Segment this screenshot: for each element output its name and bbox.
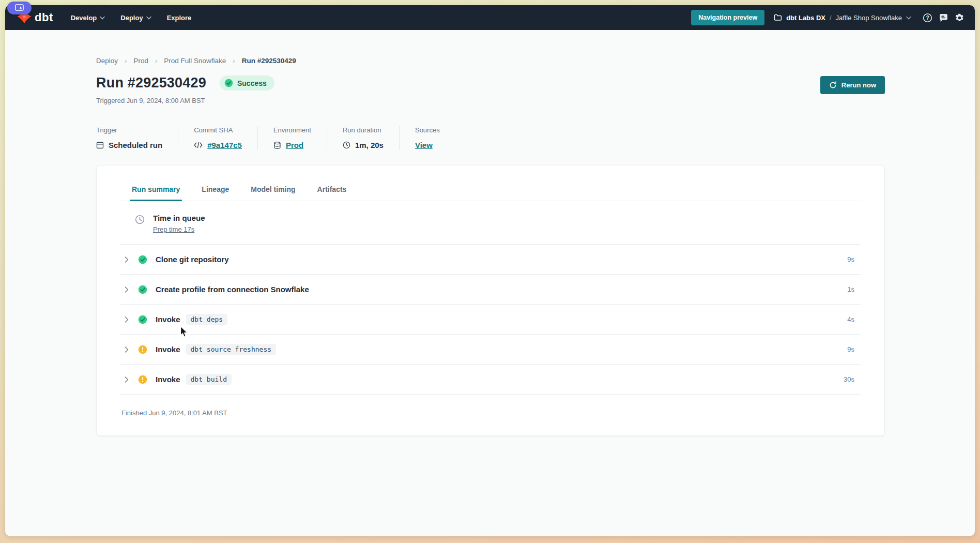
tab-artifacts[interactable]: Artifacts bbox=[317, 185, 347, 201]
rerun-now-button[interactable]: Rerun now bbox=[820, 76, 885, 94]
chevron-right-icon bbox=[125, 286, 129, 293]
step-label: Clone git repository bbox=[156, 255, 229, 264]
meta-sources: SourcesView bbox=[399, 126, 455, 149]
step-duration: 30s bbox=[844, 375, 861, 383]
run-summary-card: Run summaryLineageModel timingArtifacts … bbox=[96, 165, 885, 436]
meta-link[interactable]: View bbox=[415, 141, 433, 149]
status-badge-label: Success bbox=[237, 79, 267, 87]
step-row[interactable]: Create profile from connection Snowflake… bbox=[120, 275, 861, 305]
chevron-right-icon bbox=[125, 257, 129, 263]
calendar-icon bbox=[96, 141, 104, 149]
breadcrumb: Deploy›Prod›Prod Full Snowflake›Run #292… bbox=[96, 57, 885, 65]
breadcrumb-item-prod[interactable]: Prod bbox=[133, 57, 148, 65]
queue-title: Time in queue bbox=[153, 214, 205, 222]
settings-icon[interactable] bbox=[955, 13, 964, 23]
chevron-down-icon bbox=[906, 16, 911, 20]
status-badge: Success bbox=[220, 76, 274, 90]
tab-lineage[interactable]: Lineage bbox=[202, 185, 229, 201]
step-label: Create profile from connection Snowflake bbox=[156, 285, 309, 294]
check-circle-icon bbox=[138, 255, 147, 264]
meta-trigger: TriggerScheduled run bbox=[96, 126, 178, 149]
dbt-logo-text: dbt bbox=[35, 11, 53, 24]
step-label: Invoke bbox=[156, 345, 180, 354]
screen-share-badge[interactable] bbox=[7, 2, 32, 14]
step-list: Clone git repository9sCreate profile fro… bbox=[120, 245, 861, 395]
feedback-icon[interactable] bbox=[939, 13, 948, 23]
account-org-name: dbt Labs DX bbox=[786, 14, 825, 22]
nav-menu-explore[interactable]: Explore bbox=[167, 14, 192, 22]
check-circle-icon bbox=[138, 285, 147, 294]
page-header: Run #292530429 Success Triggered Jun 9, … bbox=[96, 75, 885, 104]
page-title: Run #292530429 bbox=[96, 75, 206, 91]
tab-model-timing[interactable]: Model timing bbox=[251, 185, 295, 201]
breadcrumb-item-prod-full-snowflake[interactable]: Prod Full Snowflake bbox=[164, 57, 226, 65]
account-project-name: Jaffle Shop Snowflake bbox=[836, 14, 902, 22]
database-icon bbox=[273, 141, 281, 149]
navbar-action-icons: ? bbox=[923, 13, 964, 23]
account-switcher[interactable]: dbt Labs DX / Jaffle Shop Snowflake bbox=[774, 14, 911, 22]
step-row[interactable]: Clone git repository9s bbox=[120, 245, 861, 275]
screen-share-icon bbox=[15, 4, 24, 13]
nav-menu-develop[interactable]: Develop bbox=[71, 14, 105, 22]
step-row[interactable]: Invokedbt source freshness9s bbox=[120, 335, 861, 365]
breadcrumb-item-deploy[interactable]: Deploy bbox=[96, 57, 118, 65]
breadcrumb-separator: › bbox=[155, 57, 157, 65]
rerun-now-label: Rerun now bbox=[841, 81, 876, 89]
help-icon[interactable]: ? bbox=[923, 13, 932, 23]
nav-menu-label: Develop bbox=[71, 14, 97, 22]
prep-time-link[interactable]: Prep time 17s bbox=[153, 225, 194, 233]
top-navbar: dbt DevelopDeployExplore Navigation prev… bbox=[5, 5, 975, 30]
step-duration: 9s bbox=[847, 255, 861, 263]
breadcrumb-item-run-292530429: Run #292530429 bbox=[242, 57, 296, 65]
svg-text:?: ? bbox=[926, 15, 929, 21]
chevron-right-icon bbox=[125, 346, 129, 353]
meta-label: Environment bbox=[273, 126, 311, 134]
step-command-chip: dbt source freshness bbox=[186, 344, 277, 355]
dbt-cloud-app: dbt DevelopDeployExplore Navigation prev… bbox=[5, 5, 975, 536]
check-circle-icon bbox=[224, 79, 233, 87]
triggered-timestamp: Triggered Jun 9, 2024, 8:00 AM BST bbox=[96, 97, 274, 104]
meta-link[interactable]: Prod bbox=[286, 141, 303, 149]
meta-label: Sources bbox=[415, 126, 440, 134]
nav-menu-deploy[interactable]: Deploy bbox=[120, 14, 151, 22]
finished-timestamp: Finished Jun 9, 2024, 8:01 AM BST bbox=[120, 395, 861, 435]
step-duration: 1s bbox=[847, 285, 861, 293]
tabbar: Run summaryLineageModel timingArtifacts bbox=[120, 165, 861, 201]
step-row[interactable]: Invokedbt deps4s bbox=[120, 305, 861, 335]
meta-label: Run duration bbox=[343, 126, 384, 134]
navigation-preview-button[interactable]: Navigation preview bbox=[691, 10, 764, 25]
meta-text: 1m, 20s bbox=[355, 141, 384, 149]
meta-label: Trigger bbox=[96, 126, 162, 134]
queue-clock-icon bbox=[135, 215, 145, 224]
nav-menu-label: Explore bbox=[167, 14, 192, 22]
meta-run-duration: Run duration1m, 20s bbox=[327, 126, 399, 149]
run-detail-page: Deploy›Prod›Prod Full Snowflake›Run #292… bbox=[5, 30, 975, 536]
meta-row: TriggerScheduled runCommit SHA#9a147c5En… bbox=[96, 126, 885, 149]
refresh-icon bbox=[829, 81, 837, 89]
meta-label: Commit SHA bbox=[194, 126, 242, 134]
screenshot-frame: dbt DevelopDeployExplore Navigation prev… bbox=[0, 0, 980, 543]
step-duration: 4s bbox=[847, 315, 861, 323]
meta-link[interactable]: #9a147c5 bbox=[207, 141, 242, 149]
nav-menus: DevelopDeployExplore bbox=[71, 14, 192, 22]
warning-circle-icon bbox=[138, 345, 147, 354]
breadcrumb-separator: › bbox=[233, 57, 235, 65]
tab-run-summary[interactable]: Run summary bbox=[132, 185, 180, 201]
check-circle-icon bbox=[138, 315, 147, 324]
chevron-right-icon bbox=[125, 316, 129, 323]
clock-icon bbox=[343, 141, 350, 149]
time-in-queue-section: Time in queue Prep time 17s bbox=[120, 201, 861, 245]
meta-environment: EnvironmentProd bbox=[257, 126, 327, 149]
account-separator: / bbox=[830, 14, 832, 22]
meta-commit-sha: Commit SHA#9a147c5 bbox=[178, 126, 257, 149]
folder-icon bbox=[774, 14, 782, 21]
step-command-chip: dbt deps bbox=[186, 314, 228, 325]
breadcrumb-separator: › bbox=[125, 57, 127, 65]
step-label: Invoke bbox=[156, 315, 180, 324]
chevron-right-icon bbox=[125, 376, 129, 383]
warning-circle-icon bbox=[138, 375, 147, 384]
step-row[interactable]: Invokedbt build30s bbox=[120, 365, 861, 395]
meta-text: Scheduled run bbox=[109, 141, 162, 149]
chevron-down-icon bbox=[146, 16, 151, 20]
step-label: Invoke bbox=[156, 375, 180, 384]
